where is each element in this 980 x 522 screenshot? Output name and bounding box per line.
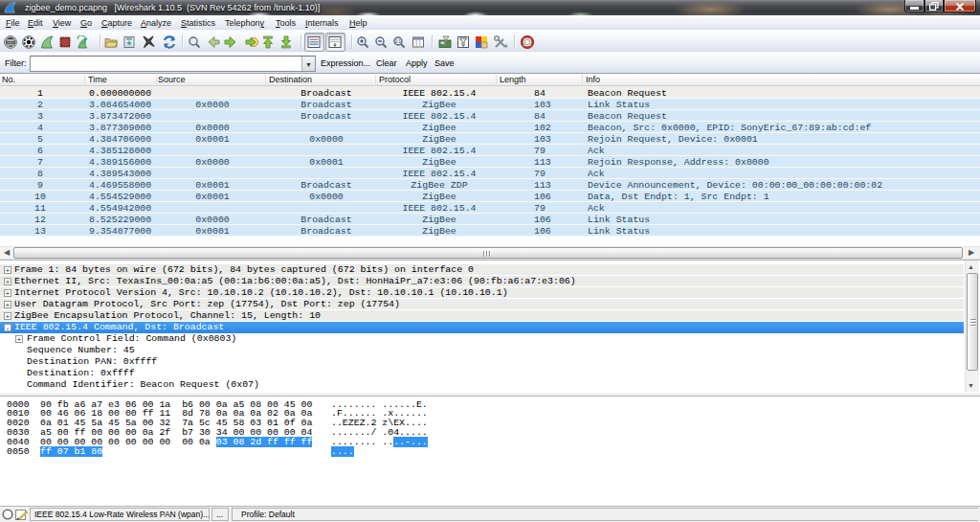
svg-text:1:1: 1:1 [394, 39, 401, 44]
